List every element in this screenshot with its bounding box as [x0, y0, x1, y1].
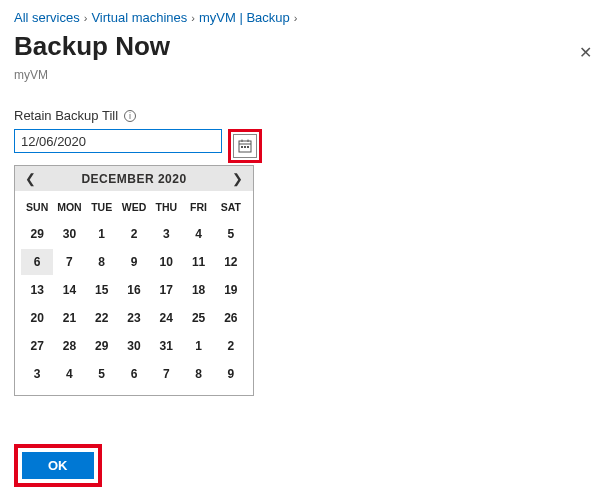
calendar-button-highlight: [228, 129, 262, 163]
calendar-day[interactable]: 16: [118, 277, 150, 303]
page-title: Backup Now: [14, 31, 170, 62]
calendar-day[interactable]: 3: [21, 361, 53, 387]
calendar-day[interactable]: 6: [118, 361, 150, 387]
calendar-day[interactable]: 5: [86, 361, 118, 387]
calendar-day[interactable]: 30: [53, 221, 85, 247]
calendar-icon: [238, 139, 252, 153]
breadcrumb-link[interactable]: All services: [14, 10, 80, 25]
calendar-day[interactable]: 26: [215, 305, 247, 331]
calendar-dow: THU: [150, 195, 182, 219]
svg-rect-5: [244, 146, 246, 148]
chevron-right-icon: ›: [84, 12, 88, 24]
calendar-day[interactable]: 10: [150, 249, 182, 275]
calendar-popup: ❮ DECEMBER 2020 ❯ SUNMONTUEWEDTHUFRISAT2…: [14, 165, 254, 396]
calendar-day[interactable]: 4: [53, 361, 85, 387]
calendar-day[interactable]: 20: [21, 305, 53, 331]
calendar-day[interactable]: 6: [21, 249, 53, 275]
retain-backup-label: Retain Backup Till: [14, 108, 118, 123]
calendar-day[interactable]: 11: [182, 249, 214, 275]
calendar-day[interactable]: 23: [118, 305, 150, 331]
calendar-dow: FRI: [182, 195, 214, 219]
calendar-day[interactable]: 15: [86, 277, 118, 303]
calendar-day[interactable]: 17: [150, 277, 182, 303]
svg-rect-6: [247, 146, 249, 148]
ok-button[interactable]: OK: [22, 452, 94, 479]
calendar-dow: TUE: [86, 195, 118, 219]
calendar-day[interactable]: 25: [182, 305, 214, 331]
calendar-title: DECEMBER 2020: [81, 172, 186, 186]
calendar-day[interactable]: 22: [86, 305, 118, 331]
calendar-day[interactable]: 1: [182, 333, 214, 359]
calendar-next-button[interactable]: ❯: [228, 169, 247, 188]
chevron-right-icon: ›: [294, 12, 298, 24]
calendar-day[interactable]: 1: [86, 221, 118, 247]
ok-button-highlight: OK: [14, 444, 102, 487]
calendar-day[interactable]: 8: [86, 249, 118, 275]
calendar-dow: SAT: [215, 195, 247, 219]
calendar-day[interactable]: 18: [182, 277, 214, 303]
breadcrumb-link[interactable]: myVM | Backup: [199, 10, 290, 25]
calendar-day[interactable]: 30: [118, 333, 150, 359]
calendar-day[interactable]: 24: [150, 305, 182, 331]
close-icon[interactable]: ✕: [573, 39, 598, 66]
calendar-grid: SUNMONTUEWEDTHUFRISAT2930123456789101112…: [15, 191, 253, 395]
calendar-day[interactable]: 27: [21, 333, 53, 359]
calendar-day[interactable]: 9: [118, 249, 150, 275]
chevron-right-icon: ›: [191, 12, 195, 24]
calendar-day[interactable]: 29: [86, 333, 118, 359]
breadcrumb-link[interactable]: Virtual machines: [91, 10, 187, 25]
calendar-day[interactable]: 9: [215, 361, 247, 387]
calendar-dow: SUN: [21, 195, 53, 219]
calendar-dow: WED: [118, 195, 150, 219]
calendar-day[interactable]: 8: [182, 361, 214, 387]
calendar-day[interactable]: 2: [215, 333, 247, 359]
calendar-day[interactable]: 29: [21, 221, 53, 247]
calendar-day[interactable]: 21: [53, 305, 85, 331]
calendar-day[interactable]: 12: [215, 249, 247, 275]
calendar-day[interactable]: 3: [150, 221, 182, 247]
calendar-day[interactable]: 19: [215, 277, 247, 303]
calendar-day[interactable]: 5: [215, 221, 247, 247]
page-subtitle: myVM: [14, 68, 598, 82]
calendar-prev-button[interactable]: ❮: [21, 169, 40, 188]
breadcrumb: All services›Virtual machines›myVM | Bac…: [14, 6, 598, 27]
calendar-day[interactable]: 4: [182, 221, 214, 247]
calendar-day[interactable]: 7: [150, 361, 182, 387]
calendar-day[interactable]: 28: [53, 333, 85, 359]
calendar-day[interactable]: 14: [53, 277, 85, 303]
info-icon[interactable]: i: [124, 110, 136, 122]
calendar-header: ❮ DECEMBER 2020 ❯: [15, 166, 253, 191]
svg-rect-4: [241, 146, 243, 148]
calendar-day[interactable]: 7: [53, 249, 85, 275]
calendar-day[interactable]: 13: [21, 277, 53, 303]
calendar-day[interactable]: 2: [118, 221, 150, 247]
calendar-day[interactable]: 31: [150, 333, 182, 359]
retain-backup-date-input[interactable]: [14, 129, 222, 153]
calendar-button[interactable]: [233, 134, 257, 158]
calendar-dow: MON: [53, 195, 85, 219]
